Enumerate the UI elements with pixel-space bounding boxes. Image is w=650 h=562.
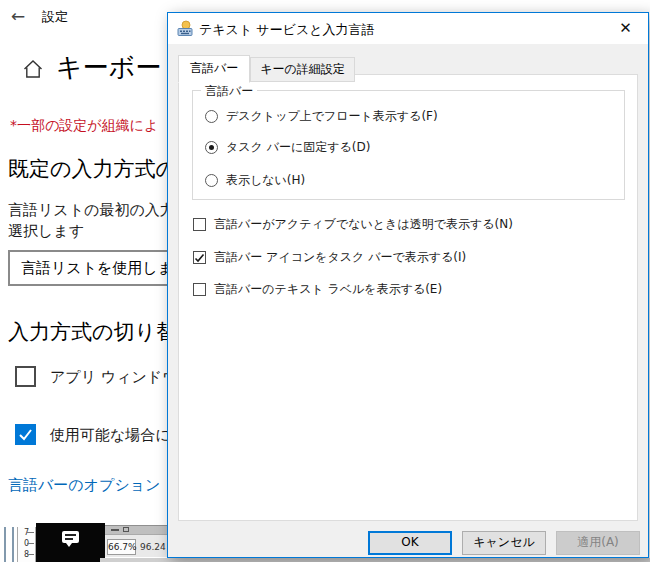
comment-icon — [62, 531, 79, 543]
apply-button[interactable]: 適用(A) — [556, 531, 640, 555]
radio-label[interactable]: デスクトップ上でフロート表示する(F) — [226, 108, 438, 125]
comment-tooltip-fragment — [36, 523, 105, 562]
tab-strip: 言語バー キーの詳細設定 — [178, 55, 355, 82]
checkbox-label[interactable]: 言語バーのテキスト ラベルを表示する(E) — [214, 281, 442, 298]
checkbox-row-transparent-when-inactive[interactable]: 言語バーがアクティブでないときは透明で表示する(N) — [193, 216, 513, 233]
available-option-checkbox[interactable] — [15, 424, 36, 445]
close-icon[interactable]: ✕ — [603, 13, 648, 44]
language-bar-tab-page: 言語バー デスクトップ上でフロート表示する(F) タスク バーに固定する(D) … — [178, 74, 638, 521]
dialog-title: テキスト サービスと入力言語 — [199, 21, 375, 39]
checkbox[interactable] — [193, 283, 206, 296]
dialog-title-bar[interactable]: テキスト サービスと入力言語 ✕ — [168, 13, 648, 44]
text-services-icon — [177, 20, 194, 40]
available-option-checkbox-label[interactable]: 使用可能な場合に — [50, 426, 171, 445]
checkbox-row-show-icon-on-taskbar[interactable]: 言語バー アイコンをタスク バーで表示する(I) — [193, 249, 466, 266]
window-edge-line — [4, 527, 6, 562]
back-arrow-icon[interactable]: ← — [11, 6, 25, 26]
checkbox[interactable] — [193, 251, 206, 264]
checkbox[interactable] — [193, 218, 206, 231]
tab-language-bar[interactable]: 言語バー — [178, 55, 250, 83]
app-window-checkbox[interactable] — [15, 366, 36, 387]
groupbox-label: 言語バー — [201, 83, 257, 100]
radio-button[interactable] — [205, 174, 218, 187]
default-input-heading: 既定の入力方式の — [8, 155, 177, 183]
default-input-desc-line1: 言語リストの最初の入力 — [8, 201, 175, 220]
radio-button[interactable] — [205, 141, 218, 154]
language-bar-options-link[interactable]: 言語バーのオプション — [8, 476, 160, 495]
checkbox-label[interactable]: 言語バーがアクティブでないときは透明で表示する(N) — [214, 216, 513, 233]
tab-advanced-key-settings[interactable]: キーの詳細設定 — [250, 57, 355, 82]
checkbox-row-show-text-labels[interactable]: 言語バーのテキスト ラベルを表示する(E) — [193, 281, 442, 298]
window-edge-line — [12, 527, 14, 562]
switching-heading: 入力方式の切り替 — [8, 318, 177, 346]
ok-button[interactable]: OK — [368, 531, 452, 555]
cancel-button[interactable]: キャンセル — [462, 531, 546, 555]
window-edge-fragment — [105, 525, 167, 534]
vertical-ruler: 7 0 8 — [17, 527, 36, 562]
language-bar-groupbox: 言語バー デスクトップ上でフロート表示する(F) タスク バーに固定する(D) … — [192, 90, 625, 200]
taskbar-fragment — [100, 558, 650, 562]
radio-button[interactable] — [205, 110, 218, 123]
org-policy-notice: *一部の設定が組織によ — [10, 117, 158, 135]
radio-label[interactable]: 表示しない(H) — [226, 172, 305, 189]
radio-row-docked-in-taskbar[interactable]: タスク バーに固定する(D) — [205, 139, 370, 156]
status-position-text: 96.24 mm :: 2 — [140, 542, 167, 552]
text-services-dialog: テキスト サービスと入力言語 ✕ 言語バー キーの詳細設定 言語バー デスクトッ… — [167, 12, 649, 558]
default-input-desc-line2: 選択します — [8, 222, 84, 241]
home-icon — [22, 58, 44, 84]
radio-row-float-on-desktop[interactable]: デスクトップ上でフロート表示する(F) — [205, 108, 438, 125]
settings-app-title: 設定 — [42, 8, 68, 26]
status-bar-fragment: 66.7% 96.24 mm :: 2 — [105, 534, 167, 557]
checkbox-label[interactable]: 言語バー アイコンをタスク バーで表示する(I) — [214, 249, 466, 266]
status-zoom-cell: 66.7% — [107, 539, 136, 555]
radio-row-hidden[interactable]: 表示しない(H) — [205, 172, 305, 189]
radio-label[interactable]: タスク バーに固定する(D) — [226, 139, 370, 156]
